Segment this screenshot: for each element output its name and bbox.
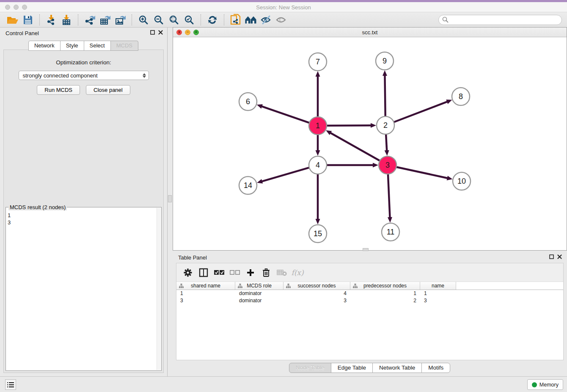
graph-edge-1-6[interactable] <box>261 106 309 123</box>
import-table-icon[interactable] <box>59 14 74 26</box>
graph-node-14[interactable]: 14 <box>239 177 257 194</box>
horizontal-splitter-handle[interactable] <box>363 248 369 251</box>
zoom-selected-icon[interactable] <box>182 14 197 26</box>
cell-mcds-role[interactable]: dominator <box>235 290 284 297</box>
graph-node-1[interactable]: 1 <box>309 117 327 135</box>
status-bar: Memory <box>0 376 567 392</box>
vertical-splitter-handle[interactable] <box>168 195 172 202</box>
export-network-icon[interactable] <box>82 14 97 26</box>
close-panel-icon[interactable] <box>158 30 163 35</box>
cell-shared-name[interactable]: 1 <box>176 290 235 297</box>
export-table-icon[interactable] <box>97 14 113 26</box>
graph-node-7[interactable]: 7 <box>309 53 327 71</box>
close-panel-button[interactable]: Close panel <box>86 85 130 95</box>
delete-icon[interactable] <box>260 266 272 279</box>
column-header-name[interactable]: name <box>420 282 456 290</box>
column-type-icon <box>179 284 184 288</box>
column-header-mcds-role[interactable]: MCDS role <box>235 282 284 290</box>
search-input[interactable] <box>449 17 558 23</box>
graph-node-11[interactable]: 11 <box>382 223 399 241</box>
tab-style[interactable]: Style <box>60 41 84 51</box>
add-icon[interactable] <box>244 266 257 279</box>
memory-button[interactable]: Memory <box>527 379 563 390</box>
graph-edges[interactable] <box>257 70 453 224</box>
cell-predecessor-nodes[interactable]: 2 <box>350 297 420 304</box>
graph-node-label: 2 <box>383 121 388 130</box>
save-session-icon[interactable] <box>20 14 36 26</box>
graph-edge-3-11[interactable] <box>388 174 390 218</box>
graph-edge-2-8[interactable] <box>394 101 448 122</box>
import-network-icon[interactable] <box>44 14 59 26</box>
tab-mcds[interactable]: MCDS <box>110 41 138 51</box>
column-header-predecessor-nodes[interactable]: predecessor nodes <box>350 282 420 290</box>
column-layout-icon[interactable] <box>197 266 210 279</box>
hide-selected-icon[interactable] <box>259 14 274 26</box>
first-neighbors-icon[interactable] <box>243 14 259 26</box>
dropdown-value: strongly connected component <box>23 72 98 79</box>
select-all-columns-icon[interactable] <box>213 266 226 279</box>
graph-node-label: 11 <box>387 228 395 236</box>
cell-shared-name[interactable]: 3 <box>176 297 235 304</box>
graph-node-label: 7 <box>316 58 320 66</box>
task-history-button[interactable] <box>5 379 16 390</box>
close-panel-icon[interactable] <box>557 254 562 259</box>
cell-name[interactable]: 1 <box>420 290 456 297</box>
show-all-icon[interactable] <box>274 14 289 26</box>
tab-network-table[interactable]: Network Table <box>372 363 422 373</box>
function-builder-icon[interactable]: f(x) <box>291 266 304 279</box>
graph-node-9[interactable]: 9 <box>376 52 394 70</box>
control-panel-title: Control Panel <box>6 30 39 36</box>
column-header-shared-name[interactable]: shared name <box>176 282 235 290</box>
graph-edge-4-14[interactable] <box>261 168 309 182</box>
graph-node-2[interactable]: 2 <box>377 116 394 134</box>
table-row[interactable]: 1 dominator 4 1 1 <box>176 290 563 297</box>
graph-edge-3-10[interactable] <box>396 167 449 178</box>
table-row[interactable]: 3 dominator 3 2 3 <box>176 297 563 304</box>
network-canvas[interactable]: 7968124314101511 <box>173 37 567 250</box>
tab-edge-table[interactable]: Edge Table <box>331 363 373 373</box>
tab-motifs[interactable]: Motifs <box>421 363 450 373</box>
optimization-criterion-dropdown[interactable]: strongly connected component <box>19 71 149 80</box>
export-image-icon[interactable] <box>113 14 128 26</box>
graph-node-6[interactable]: 6 <box>239 93 257 110</box>
unselect-all-columns-icon[interactable] <box>228 266 241 279</box>
graph-edge-2-3[interactable] <box>386 134 387 152</box>
mcds-result-scrollbar[interactable] <box>157 208 161 370</box>
search-box[interactable] <box>438 15 562 25</box>
run-mcds-button[interactable]: Run MCDS <box>37 85 80 95</box>
list-icon <box>7 382 14 388</box>
graph-node-15[interactable]: 15 <box>309 225 327 243</box>
graph-edge-1-2[interactable] <box>327 125 372 126</box>
zoom-out-icon[interactable] <box>151 14 166 26</box>
cell-successor-nodes[interactable]: 3 <box>284 297 350 304</box>
network-graph[interactable]: 7968124314101511 <box>173 37 567 251</box>
cell-successor-nodes[interactable]: 4 <box>284 290 350 297</box>
cell-predecessor-nodes[interactable]: 1 <box>350 290 420 297</box>
graph-node-4[interactable]: 4 <box>309 156 327 174</box>
tab-select[interactable]: Select <box>84 41 111 51</box>
control-panel-header: Control Panel <box>0 28 167 39</box>
tab-network[interactable]: Network <box>28 41 61 51</box>
delete-table-icon[interactable] <box>275 266 288 279</box>
column-header-successor-nodes[interactable]: successor nodes <box>284 282 350 290</box>
cell-name[interactable]: 3 <box>420 297 456 304</box>
toolbar-separator <box>224 14 224 25</box>
zoom-in-icon[interactable] <box>136 14 151 26</box>
graph-edge-3-1[interactable] <box>330 133 380 161</box>
float-panel-icon[interactable] <box>150 30 155 35</box>
graph-node-8[interactable]: 8 <box>452 88 470 105</box>
graph-arrowhead <box>446 99 452 104</box>
cell-mcds-role[interactable]: dominator <box>235 297 284 304</box>
mcds-result-text[interactable]: 1 3 <box>8 212 156 370</box>
graph-node-10[interactable]: 10 <box>453 172 471 190</box>
float-panel-icon[interactable] <box>549 254 554 259</box>
graph-node-3[interactable]: 3 <box>379 156 396 174</box>
zoom-fit-icon[interactable] <box>166 14 182 26</box>
apply-layout-icon[interactable] <box>205 14 220 26</box>
open-session-icon[interactable] <box>5 14 20 26</box>
graph-edge-2-9[interactable] <box>385 75 385 116</box>
graph-node-label: 6 <box>246 97 250 106</box>
tab-node-table[interactable]: Node Table <box>289 363 331 373</box>
gear-icon[interactable] <box>182 266 194 279</box>
clone-network-icon[interactable] <box>228 14 243 26</box>
